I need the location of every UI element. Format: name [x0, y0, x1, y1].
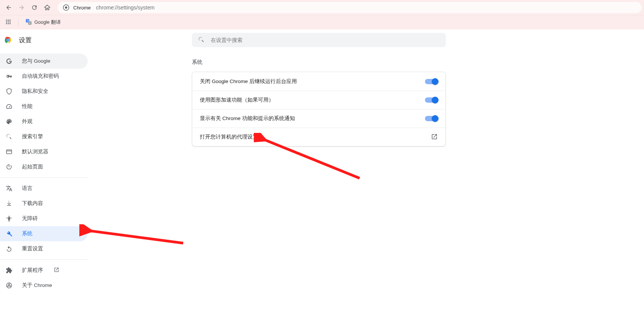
system-settings-card: 关闭 Google Chrome 后继续运行后台应用 使用图形加速功能（如果可用…	[192, 72, 446, 146]
svg-rect-19	[6, 150, 12, 154]
svg-text:A: A	[29, 22, 31, 24]
sidebar-item-label: 无障碍	[22, 215, 38, 222]
settings-sidebar: 您与 Google 自动填充和密码 隐私和安全 性能 外观	[0, 51, 88, 333]
settings-header: 设置	[0, 29, 644, 51]
shield-icon	[5, 88, 13, 95]
sidebar-item-autofill[interactable]: 自动填充和密码	[0, 69, 88, 84]
apps-shortcut[interactable]	[3, 17, 14, 28]
sidebar-divider	[0, 259, 88, 260]
sidebar-item-about-chrome[interactable]: 关于 Chrome	[0, 278, 88, 293]
browser-icon	[5, 148, 13, 156]
sidebar-item-label: 语言	[22, 185, 32, 192]
setting-label: 关闭 Google Chrome 后继续运行后台应用	[200, 78, 297, 85]
sidebar-item-reset[interactable]: 重置设置	[0, 241, 88, 256]
site-identity-icon	[63, 4, 69, 11]
svg-point-18	[7, 39, 9, 41]
sidebar-item-downloads[interactable]: 下载内容	[0, 196, 88, 211]
setting-row-hardware-accel[interactable]: 使用图形加速功能（如果可用）	[192, 91, 445, 109]
svg-line-30	[86, 230, 183, 243]
forward-button[interactable]	[15, 1, 28, 14]
page-title: 设置	[19, 36, 32, 45]
bookmarks-separator	[18, 19, 19, 26]
sidebar-item-label: 默认浏览器	[22, 148, 48, 155]
setting-row-background-apps[interactable]: 关闭 Google Chrome 后继续运行后台应用	[192, 72, 445, 91]
svg-rect-8	[6, 23, 7, 24]
sidebar-item-label: 下载内容	[22, 200, 43, 207]
sidebar-item-label: 搜索引擎	[22, 133, 43, 140]
svg-rect-2	[6, 20, 7, 21]
main-content: 系统 关闭 Google Chrome 后继续运行后台应用 使用图形加速功能（如…	[192, 59, 446, 146]
back-button[interactable]	[2, 1, 15, 14]
wrench-icon	[5, 230, 13, 237]
reset-icon	[5, 245, 13, 253]
sidebar-item-on-startup[interactable]: 起始页面	[0, 159, 88, 174]
extension-icon	[5, 267, 13, 274]
sidebar-item-privacy[interactable]: 隐私和安全	[0, 84, 88, 99]
sidebar-item-you-and-google[interactable]: 您与 Google	[0, 54, 88, 69]
setting-label: 使用图形加速功能（如果可用）	[200, 97, 274, 103]
bookmark-google-translate[interactable]: 文 A Google 翻译	[23, 17, 63, 28]
sidebar-item-language[interactable]: 语言	[0, 181, 88, 196]
toggle-hardware-accel[interactable]	[425, 97, 438, 103]
svg-rect-7	[9, 22, 11, 23]
setting-label: 打开您计算机的代理设置	[200, 134, 258, 140]
power-icon	[5, 163, 13, 171]
bookmark-label: Google 翻译	[34, 19, 61, 26]
sidebar-item-label: 重置设置	[22, 245, 43, 252]
toggle-background-apps[interactable]	[425, 79, 438, 84]
home-button[interactable]	[41, 1, 54, 14]
sidebar-item-performance[interactable]: 性能	[0, 99, 88, 114]
sidebar-divider	[0, 177, 88, 178]
setting-row-system-notifications[interactable]: 显示有关 Chrome 功能和提示的系统通知	[192, 109, 445, 128]
svg-line-25	[7, 286, 8, 287]
url-text: chrome://settings/system	[96, 5, 154, 11]
site-label: Chrome	[73, 5, 91, 11]
sidebar-item-label: 关于 Chrome	[22, 282, 52, 289]
reload-button[interactable]	[28, 1, 41, 14]
sidebar-item-label: 隐私和安全	[22, 88, 48, 95]
setting-label: 显示有关 Chrome 功能和提示的系统通知	[200, 115, 295, 122]
svg-point-21	[9, 216, 10, 217]
search-icon	[198, 36, 205, 44]
browser-toolbar: Chrome chrome://settings/system	[0, 0, 644, 15]
svg-rect-9	[8, 23, 9, 24]
svg-rect-3	[8, 20, 9, 21]
svg-rect-5	[6, 22, 7, 23]
google-g-icon	[5, 57, 13, 65]
search-input[interactable]	[210, 37, 440, 43]
svg-text:文: 文	[27, 19, 29, 22]
chrome-outline-icon	[5, 282, 13, 289]
settings-search[interactable]	[192, 33, 446, 47]
annotation-arrow-system-nav	[79, 224, 187, 247]
svg-line-26	[10, 286, 11, 287]
bookmarks-bar: 文 A Google 翻译	[0, 15, 644, 29]
section-title: 系统	[192, 59, 446, 66]
search-icon	[5, 133, 13, 140]
accessibility-icon	[5, 215, 13, 222]
speedometer-icon	[5, 103, 13, 110]
svg-rect-10	[9, 23, 11, 24]
language-icon	[5, 185, 13, 192]
settings-app: 设置 您与 Google 自动填充和密码 隐私和安全	[0, 29, 644, 333]
sidebar-item-system[interactable]: 系统	[0, 226, 88, 241]
sidebar-item-label: 自动填充和密码	[22, 73, 59, 80]
sidebar-item-label: 您与 Google	[22, 58, 50, 65]
address-bar[interactable]: Chrome chrome://settings/system	[57, 2, 642, 13]
sidebar-item-accessibility[interactable]: 无障碍	[0, 211, 88, 226]
sidebar-item-extensions[interactable]: 扩展程序	[0, 263, 88, 278]
svg-rect-6	[8, 22, 9, 23]
sidebar-item-label: 性能	[22, 103, 32, 110]
sidebar-item-label: 外观	[22, 118, 32, 125]
sidebar-item-label: 扩展程序	[22, 267, 43, 274]
apps-icon	[5, 19, 11, 26]
setting-row-proxy-settings[interactable]: 打开您计算机的代理设置	[192, 128, 445, 146]
sidebar-item-default-browser[interactable]: 默认浏览器	[0, 144, 88, 159]
sidebar-item-search-engine[interactable]: 搜索引擎	[0, 129, 88, 144]
palette-icon	[5, 118, 13, 125]
toggle-system-notifications[interactable]	[425, 116, 438, 121]
sidebar-item-appearance[interactable]: 外观	[0, 114, 88, 129]
svg-point-1	[65, 6, 67, 9]
open-in-new-icon	[54, 267, 59, 274]
svg-rect-4	[9, 20, 11, 21]
translate-icon: 文 A	[25, 18, 32, 26]
